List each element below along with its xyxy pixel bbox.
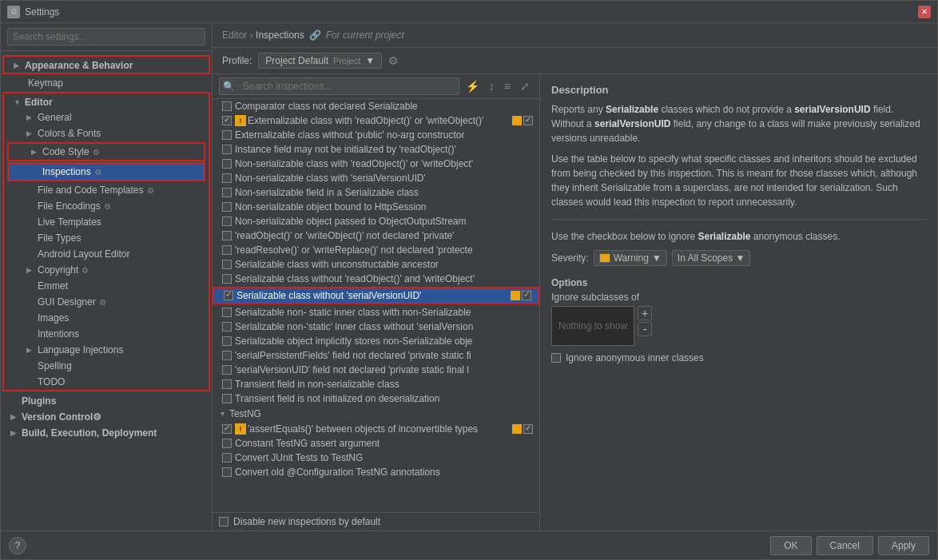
testng-section-header[interactable]: ▼ TestNG [213,406,539,422]
insp-item-serial-unconstructable[interactable]: Serializable class with unconstructable … [213,257,539,272]
filter-button[interactable]: ⚡ [463,78,483,94]
testng-section-label: TestNG [229,408,261,419]
insp-item-serial-non-static[interactable]: Serializable non- static inner class wit… [213,305,539,320]
sidebar-item-inspections-label: Inspections [42,166,91,177]
sidebar-item-images[interactable]: Images [4,310,209,326]
sidebar-item-android-layout[interactable]: Android Layout Editor [4,246,209,262]
sidebar-item-version-control[interactable]: ▶ Version Control ⚙ [1,408,212,424]
insp-item-transient-init[interactable]: Transient field is not initialized on de… [213,391,539,406]
sidebar-item-gui-designer[interactable]: GUI Designer ⚙ [4,294,209,310]
insp-item-assert-equals[interactable]: ! 'assertEquals()' between objects of in… [213,422,539,436]
disable-new-inspections-checkbox[interactable] [219,517,229,526]
add-subclass-button[interactable]: + [638,306,652,320]
sidebar-item-todo[interactable]: TODO [4,374,209,390]
breadcrumb-inspections: Inspections [256,30,304,41]
comparator-check[interactable] [219,101,235,111]
sidebar-item-inspections[interactable]: Inspections ⚙ [9,164,204,180]
insp-item-serial-non-serial[interactable]: Serializable object implicitly stores no… [213,334,539,348]
sidebar-item-appearance[interactable]: ▶ Appearance & Behavior [4,57,209,73]
insp-item-non-serial-output[interactable]: Non-serializable object passed to Object… [213,214,539,228]
sidebar-item-editor-label: Editor [25,97,53,108]
expand-button[interactable]: ⤢ [517,78,533,94]
insp-item-serial-read-obj[interactable]: Serializable class without 'readObject()… [213,272,539,286]
ignore-anon-label: Ignore anonymous inner classes [566,352,704,363]
insp-item-externalizable-rw[interactable]: ! Externalizable class with 'readObject(… [213,113,539,128]
sidebar-item-file-types[interactable]: File Types [4,230,209,246]
insp-item-serial-no-uid[interactable]: Serializable class without 'serialVersio… [214,288,538,303]
sidebar-item-copyright-label: Copyright [38,264,78,276]
insp-item-non-serial-field[interactable]: Non-serializable field in a Serializable… [213,185,539,200]
insp-item-serial-version-uid[interactable]: 'serialVersionUID' field not declared 'p… [213,363,539,377]
sidebar-item-intentions[interactable]: Intentions [4,326,209,342]
copyright-icon: ⚙ [81,266,89,275]
assert-equals-check2[interactable] [523,424,533,434]
sidebar-item-android-layout-label: Android Layout Editor [38,248,129,260]
sidebar-item-editor[interactable]: ▼ Editor [4,93,209,109]
sidebar-item-spelling[interactable]: Spelling [4,358,209,374]
sidebar-item-lang-injections[interactable]: ▶ Language Injections [4,342,209,358]
sidebar-item-colors-fonts[interactable]: ▶ Colors & Fonts [4,125,209,141]
insp-item-serial-persist[interactable]: 'serialPersistentFields' field not decla… [213,348,539,363]
help-button[interactable]: ? [9,537,26,554]
serial-no-uid-check2[interactable] [522,291,531,300]
ignore-anon-checkbox[interactable] [551,353,561,363]
insp-item-non-serial-http[interactable]: Non-serializable object bound to HttpSes… [213,200,539,214]
sidebar-item-copyright[interactable]: ▶ Copyright ⚙ [4,262,209,278]
insp-item-serial-non-static-uid[interactable]: Serializable non-'static' inner class wi… [213,320,539,334]
cancel-button[interactable]: Cancel [817,536,873,555]
sidebar-item-intentions-label: Intentions [38,328,79,340]
ext-rw-check2[interactable] [523,116,533,125]
insp-item-convert-config[interactable]: Convert old @Configuration TestNG annota… [213,465,539,479]
insp-item-non-serial-read[interactable]: Non-serializable class with 'readObject(… [213,157,539,171]
sidebar-item-keymap[interactable]: Keymap [1,75,212,91]
insp-item-convert-junit[interactable]: Convert JUnit Tests to TestNG [213,451,539,465]
remove-subclass-button[interactable]: - [638,322,652,336]
severity-dropdown-arrow: ▼ [652,252,662,264]
sidebar-search-input[interactable] [7,28,205,46]
insp-item-ext-nopublic[interactable]: Externalizable class without 'public' no… [213,128,539,142]
sidebar-item-code-style[interactable]: ▶ Code Style ⚙ [9,144,204,160]
bottom-left: ? [9,537,26,554]
insp-item-instance-field[interactable]: Instance field may not be initialized by… [213,142,539,157]
apply-button[interactable]: Apply [878,536,929,555]
profile-dropdown-arrow[interactable]: ▼ [365,55,375,66]
sidebar-item-emmet-label: Emmet [38,280,68,292]
sidebar-tree: ▶ Appearance & Behavior Keymap ▼ Editor … [1,51,212,530]
sidebar-item-general[interactable]: ▶ General [4,109,209,125]
insp-item-read-resolve[interactable]: 'readResolve()' or 'writeReplace()' not … [213,243,539,257]
sidebar-plugins-label: Plugins [22,395,56,407]
close-button[interactable]: ✕ [918,6,931,18]
ok-button[interactable]: OK [770,536,811,555]
for-current-project: For current project [326,30,404,41]
ext-rw-check[interactable] [219,116,235,125]
insp-item-comparator[interactable]: Comparator class not declared Serializab… [213,99,539,113]
insp-item-non-serial-uid[interactable]: Non-serializable class with 'serialVersi… [213,171,539,185]
appearance-arrow: ▶ [14,62,23,70]
insp-item-read-obj[interactable]: 'readObject()' or 'writeObject()' not de… [213,228,539,243]
group-button[interactable]: ≡ [501,78,514,94]
add-remove-buttons: + - [638,306,652,346]
sort-button[interactable]: ↕ [486,78,498,94]
insp-item-transient-non-serial[interactable]: Transient field in non-serializable clas… [213,377,539,391]
code-style-settings-icon: ⚙ [93,148,100,157]
sidebar-item-build-exec[interactable]: ▶ Build, Execution, Deployment [1,424,212,440]
editor-arrow: ▼ [14,98,23,106]
profile-value: Project Default [265,55,328,66]
insp-item-constant-assert[interactable]: Constant TestNG assert argument [213,436,539,451]
sidebar-item-live-templates[interactable]: Live Templates [4,214,209,230]
colors-fonts-arrow: ▶ [26,129,36,137]
profile-label: Profile: [222,55,252,66]
sidebar-item-plugins[interactable]: Plugins [1,392,212,408]
sidebar-item-file-code-templates-label: File and Code Templates [38,185,144,196]
profile-gear-button[interactable]: ⚙ [388,54,399,67]
inspections-search-input[interactable] [238,79,455,93]
sidebar-item-file-code-templates[interactable]: File and Code Templates ⚙ [4,182,209,198]
main-content: ▶ Appearance & Behavior Keymap ▼ Editor … [1,23,937,530]
scope-select[interactable]: In All Scopes ▼ [672,250,751,266]
file-encodings-icon: ⚙ [104,202,111,211]
options-title: Options [551,277,926,288]
sidebar-build-exec-label: Build, Execution, Deployment [22,427,157,439]
sidebar-item-file-encodings[interactable]: File Encodings ⚙ [4,198,209,214]
sidebar-item-emmet[interactable]: Emmet [4,278,209,294]
severity-select[interactable]: Warning ▼ [594,250,667,266]
